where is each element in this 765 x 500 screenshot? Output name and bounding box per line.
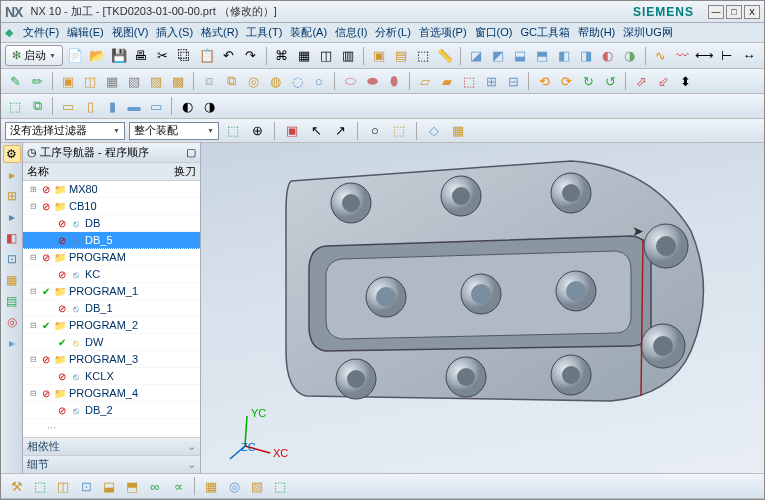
start-button[interactable]: ❇启动▼ (5, 45, 63, 66)
box2-icon[interactable]: ▤ (391, 46, 411, 66)
panel-dependency[interactable]: 相依性⌄ (23, 437, 200, 455)
c4-icon[interactable]: ⊡ (76, 476, 96, 496)
new-icon[interactable]: 📄 (65, 46, 85, 66)
p2-icon[interactable]: ⬃ (653, 71, 673, 91)
minimize-button[interactable]: — (708, 5, 724, 19)
menu-item[interactable]: 工具(T) (242, 23, 286, 42)
feat6-icon[interactable]: ▩ (168, 71, 188, 91)
sketch2-icon[interactable]: ✏ (27, 71, 47, 91)
c7-icon[interactable]: ∞ (145, 476, 165, 496)
box-icon[interactable]: ▣ (369, 46, 389, 66)
a5-icon[interactable]: ⊟ (503, 71, 523, 91)
shade-icon[interactable]: ◐ (598, 46, 618, 66)
curve1-icon[interactable]: ∿ (651, 46, 671, 66)
tree-row[interactable]: ⊟⊘📁PROGRAM_4··· (23, 385, 200, 402)
select-icon[interactable]: ⬚ (413, 46, 433, 66)
sketch-icon[interactable]: ✎ (5, 71, 25, 91)
command-icon[interactable]: ⌘ (272, 46, 292, 66)
a2-icon[interactable]: ▰ (437, 71, 457, 91)
menu-item[interactable]: 文件(F) (19, 23, 63, 42)
e2-icon[interactable]: ⧉ (221, 71, 241, 91)
nav-tab-10[interactable]: ▸ (3, 334, 21, 352)
f9-icon[interactable]: ▦ (448, 121, 468, 141)
paste-icon[interactable]: 📋 (197, 46, 217, 66)
e3-icon[interactable]: ◎ (243, 71, 263, 91)
menu-item[interactable]: 插入(S) (152, 23, 197, 42)
menu-item[interactable]: 信息(I) (331, 23, 371, 42)
tree-row[interactable]: ⊟⊘📁CB10 (23, 198, 200, 215)
tree-row[interactable]: ·⊘⎋KCLX (23, 368, 200, 385)
iso5-icon[interactable]: ◧ (554, 46, 574, 66)
tree-row[interactable]: ·✔⎋DW (23, 334, 200, 351)
sel4-icon[interactable]: ▯ (80, 96, 100, 116)
m3-icon[interactable]: ⬮ (384, 71, 404, 91)
feat5-icon[interactable]: ▨ (146, 71, 166, 91)
wire-icon[interactable]: ◑ (620, 46, 640, 66)
f3-icon[interactable]: ▣ (282, 121, 302, 141)
menu-item[interactable]: 格式(R) (197, 23, 242, 42)
r4-icon[interactable]: ↺ (600, 71, 620, 91)
maximize-button[interactable]: □ (726, 5, 742, 19)
iso3-icon[interactable]: ⬓ (510, 46, 530, 66)
nav-tab-7[interactable]: ▦ (3, 271, 21, 289)
print-icon[interactable]: 🖶 (131, 46, 151, 66)
r1-icon[interactable]: ⟲ (534, 71, 554, 91)
sel9-icon[interactable]: ◑ (199, 96, 219, 116)
tree-row[interactable]: ⊟⊘📁PROGRAM (23, 249, 200, 266)
feat1-icon[interactable]: ▣ (58, 71, 78, 91)
curve2-icon[interactable]: 〰 (673, 46, 693, 66)
nav-tab-6[interactable]: ⊡ (3, 250, 21, 268)
trim-icon[interactable]: ⊢ (717, 46, 737, 66)
save-icon[interactable]: 💾 (109, 46, 129, 66)
menu-item[interactable]: 首选项(P) (415, 23, 471, 42)
tree-row[interactable]: ⊞⊘📁MX80 (23, 181, 200, 198)
nav-tab-5[interactable]: ◧ (3, 229, 21, 247)
c10-icon[interactable]: ◎ (224, 476, 244, 496)
sel5-icon[interactable]: ▮ (102, 96, 122, 116)
dim-icon[interactable]: ↔ (739, 46, 759, 66)
a1-icon[interactable]: ▱ (415, 71, 435, 91)
nav-tab-9[interactable]: ◎ (3, 313, 21, 331)
sel1-icon[interactable]: ⬚ (5, 96, 25, 116)
view3-icon[interactable]: ▥ (338, 46, 358, 66)
e6-icon[interactable]: ○ (309, 71, 329, 91)
nav-tab-2[interactable]: ▸ (3, 166, 21, 184)
f6-icon[interactable]: ○ (365, 121, 385, 141)
graphics-viewport[interactable]: ➤ YC XC ZC (201, 143, 764, 473)
m1-icon[interactable]: ⬭ (340, 71, 360, 91)
feat2-icon[interactable]: ◫ (80, 71, 100, 91)
c5-icon[interactable]: ⬓ (99, 476, 119, 496)
c1-icon[interactable]: ⚒ (7, 476, 27, 496)
tree-row[interactable]: ·⊘⎋DB_5 (23, 232, 200, 249)
sel6-icon[interactable]: ▬ (124, 96, 144, 116)
selection-filter-combo[interactable]: 没有选择过滤器▼ (5, 122, 125, 140)
feat4-icon[interactable]: ▧ (124, 71, 144, 91)
f1-icon[interactable]: ⬚ (223, 121, 243, 141)
c3-icon[interactable]: ◫ (53, 476, 73, 496)
nav-tab-4[interactable]: ▸ (3, 208, 21, 226)
menu-item[interactable]: 帮助(H) (574, 23, 619, 42)
tree-row[interactable]: ·⊘⎋DB_2 (23, 402, 200, 419)
view1-icon[interactable]: ▦ (294, 46, 314, 66)
r2-icon[interactable]: ⟳ (556, 71, 576, 91)
f8-icon[interactable]: ◇ (424, 121, 444, 141)
c12-icon[interactable]: ⬚ (270, 476, 290, 496)
menu-item[interactable]: 编辑(E) (63, 23, 108, 42)
r3-icon[interactable]: ↻ (578, 71, 598, 91)
p1-icon[interactable]: ⬀ (631, 71, 651, 91)
panel-detail[interactable]: 细节⌄ (23, 455, 200, 473)
p3-icon[interactable]: ⬍ (675, 71, 695, 91)
assembly-filter-combo[interactable]: 整个装配▼ (129, 122, 219, 140)
undo-icon[interactable]: ↶ (219, 46, 239, 66)
menu-item[interactable]: 深圳UG网 (619, 23, 677, 42)
nav-pin-icon[interactable]: ▢ (186, 146, 196, 159)
tree-row[interactable]: ⊟⊘📁PROGRAM_3··· (23, 351, 200, 368)
c2-icon[interactable]: ⬚ (30, 476, 50, 496)
measure-icon[interactable]: 📏 (435, 46, 455, 66)
a3-icon[interactable]: ⬚ (459, 71, 479, 91)
sel2-icon[interactable]: ⧉ (27, 96, 47, 116)
nav-tab-3[interactable]: ⊞ (3, 187, 21, 205)
close-button[interactable]: X (744, 5, 760, 19)
tree-row[interactable]: ·⊘⎋DB (23, 215, 200, 232)
iso4-icon[interactable]: ⬒ (532, 46, 552, 66)
